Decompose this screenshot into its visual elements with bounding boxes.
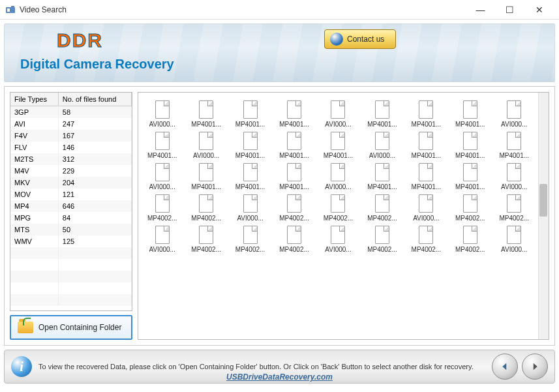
- file-item[interactable]: MP4001...: [185, 162, 227, 192]
- table-row[interactable]: MKV204: [10, 177, 132, 188]
- table-row[interactable]: MP4646: [10, 200, 132, 212]
- table-row[interactable]: MPG84: [10, 212, 132, 224]
- file-item[interactable]: AVI000...: [141, 99, 183, 129]
- file-icon: [243, 100, 258, 119]
- file-item[interactable]: MP4002...: [185, 193, 227, 223]
- table-row[interactable]: M4V229: [10, 165, 132, 177]
- file-item[interactable]: MP4002...: [449, 224, 491, 254]
- file-icon: [375, 100, 389, 119]
- file-item[interactable]: MP4002...: [273, 224, 315, 254]
- file-icon: [331, 226, 345, 244]
- table-row[interactable]: FLV146: [10, 142, 132, 153]
- file-item[interactable]: MP4002...: [317, 193, 359, 223]
- table-row[interactable]: AVI247: [10, 118, 132, 130]
- footer-url[interactable]: USBDriveDataRecovery.com: [226, 372, 333, 382]
- file-item[interactable]: AVI000...: [317, 162, 359, 192]
- info-icon: i: [11, 356, 32, 377]
- file-item[interactable]: MP4001...: [273, 99, 315, 129]
- file-item[interactable]: MP4002...: [493, 193, 536, 223]
- open-folder-label: Open Containing Folder: [38, 323, 121, 332]
- cell-count: 125: [58, 235, 131, 247]
- file-item[interactable]: MP4002...: [141, 193, 183, 223]
- svg-rect-2: [11, 6, 14, 8]
- file-label: MP4002...: [235, 246, 265, 253]
- file-icon: [331, 163, 345, 181]
- file-item[interactable]: MP4001...: [405, 162, 447, 192]
- file-item[interactable]: MP4002...: [449, 193, 491, 223]
- file-item[interactable]: AVI000...: [405, 193, 447, 223]
- file-item[interactable]: MP4001...: [405, 99, 447, 129]
- minimize-button[interactable]: —: [466, 0, 495, 19]
- file-icon: [199, 163, 213, 181]
- file-icon: [287, 132, 301, 150]
- file-item[interactable]: AVI000...: [361, 130, 403, 160]
- close-button[interactable]: ✕: [524, 0, 554, 19]
- file-item[interactable]: AVI000...: [493, 162, 536, 192]
- file-item[interactable]: MP4002...: [405, 224, 447, 254]
- file-item[interactable]: MP4001...: [449, 130, 491, 160]
- file-label: MP4002...: [279, 215, 309, 222]
- file-label: MP4001...: [279, 152, 309, 159]
- file-label: MP4002...: [191, 215, 221, 222]
- file-item[interactable]: MP4001...: [361, 162, 403, 192]
- file-item[interactable]: MP4001...: [317, 130, 359, 160]
- table-row[interactable]: WMV125: [10, 235, 132, 247]
- back-button[interactable]: [492, 354, 518, 380]
- file-item[interactable]: MP4001...: [493, 130, 536, 160]
- col-file-types[interactable]: File Types: [10, 93, 58, 106]
- file-item[interactable]: MP4001...: [361, 99, 403, 129]
- file-grid-panel: AVI000...MP4001...MP4001...MP4001...AVI0…: [138, 92, 549, 340]
- header-banner: DDR Digital Camera Recovery Contact us: [4, 23, 555, 82]
- file-item[interactable]: MP4001...: [229, 99, 271, 129]
- vertical-scrollbar[interactable]: [538, 93, 549, 339]
- next-button[interactable]: [522, 354, 548, 380]
- contact-us-button[interactable]: Contact us: [324, 29, 396, 49]
- file-item[interactable]: MP4002...: [361, 193, 403, 223]
- file-item[interactable]: AVI000...: [141, 224, 183, 254]
- file-item[interactable]: AVI000...: [317, 99, 359, 129]
- file-item[interactable]: AVI000...: [317, 224, 359, 254]
- file-label: MP4001...: [412, 183, 442, 190]
- file-item[interactable]: MP4001...: [141, 130, 183, 160]
- file-item[interactable]: MP4002...: [273, 193, 315, 223]
- file-item[interactable]: MP4001...: [229, 162, 271, 192]
- file-item[interactable]: MP4001...: [229, 130, 271, 160]
- scrollbar-thumb[interactable]: [539, 184, 547, 217]
- cell-type: MP4: [10, 200, 58, 212]
- table-row-empty: [10, 259, 132, 271]
- file-item[interactable]: AVI000...: [493, 224, 536, 254]
- cell-count: 646: [58, 200, 131, 212]
- col-count[interactable]: No. of files found: [58, 93, 131, 106]
- open-containing-folder-button[interactable]: Open Containing Folder: [10, 315, 132, 340]
- file-item[interactable]: MP4001...: [405, 130, 447, 160]
- table-row[interactable]: 3GP58: [10, 106, 132, 118]
- table-row[interactable]: MOV121: [10, 188, 132, 200]
- file-item[interactable]: AVI000...: [185, 130, 227, 160]
- cell-type: F4V: [10, 130, 58, 142]
- table-row[interactable]: M2TS312: [10, 153, 132, 165]
- file-icon: [243, 226, 258, 244]
- file-item[interactable]: AVI000...: [493, 99, 536, 129]
- file-item[interactable]: MP4001...: [185, 99, 227, 129]
- file-item[interactable]: MP4001...: [449, 99, 491, 129]
- table-row[interactable]: F4V167: [10, 130, 132, 142]
- file-item[interactable]: AVI000...: [229, 193, 271, 223]
- file-icon: [331, 100, 345, 119]
- file-grid[interactable]: AVI000...MP4001...MP4001...MP4001...AVI0…: [138, 93, 538, 339]
- file-icon: [155, 100, 170, 119]
- file-icon: [463, 100, 477, 119]
- file-label: MP4001...: [412, 152, 442, 159]
- cell-type: MOV: [10, 188, 58, 200]
- maximize-button[interactable]: ☐: [495, 0, 524, 19]
- file-item[interactable]: MP4001...: [273, 130, 315, 160]
- table-row[interactable]: MTS50: [10, 224, 132, 235]
- file-item[interactable]: AVI000...: [141, 162, 183, 192]
- file-icon: [375, 226, 389, 244]
- file-label: MP4002...: [367, 215, 397, 222]
- file-item[interactable]: MP4002...: [229, 224, 271, 254]
- file-item[interactable]: MP4002...: [185, 224, 227, 254]
- file-item[interactable]: MP4001...: [449, 162, 491, 192]
- file-item[interactable]: MP4001...: [273, 162, 315, 192]
- brand-logo: DDR: [57, 29, 103, 52]
- file-item[interactable]: MP4002...: [361, 224, 403, 254]
